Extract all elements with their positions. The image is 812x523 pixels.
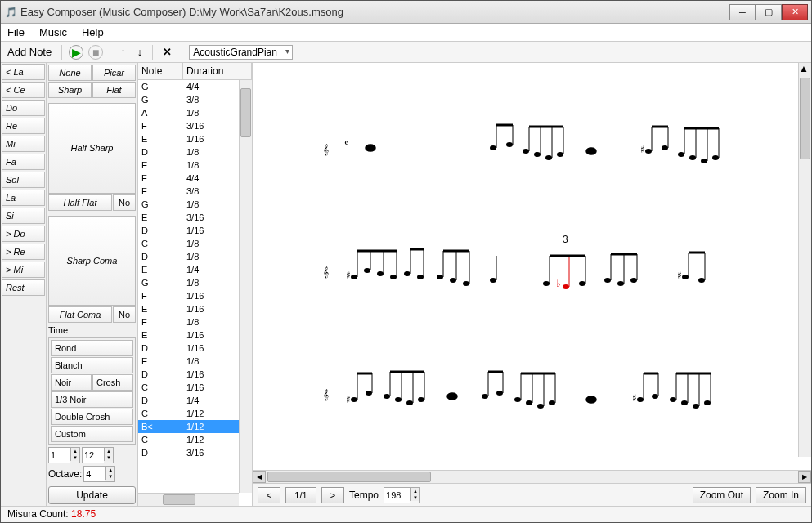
minimize-button[interactable]: ─ (729, 4, 756, 20)
table-row[interactable]: C1/12 (138, 433, 252, 446)
mod-half-flat[interactable]: Half Flat (48, 194, 112, 211)
svg-point-11 (366, 145, 375, 151)
table-row[interactable]: C1/16 (138, 381, 252, 394)
tempo-spinner[interactable]: ▲▼ (384, 487, 420, 503)
table-hscroll[interactable] (138, 493, 239, 506)
zoom-out-button[interactable]: Zoom Out (693, 487, 751, 503)
svg-point-37 (701, 159, 707, 163)
mod-half-sharp[interactable]: Half Sharp (48, 103, 136, 194)
mod-sharp-coma[interactable]: Sharp Coma (48, 216, 136, 306)
table-row[interactable]: D1/8 (138, 250, 252, 263)
mod-none[interactable]: None (48, 65, 92, 81)
prev-page-button[interactable]: < (258, 487, 280, 503)
mod-flat-coma[interactable]: Flat Coma (48, 306, 112, 323)
note-mi[interactable]: > Mi (2, 262, 45, 278)
zoom-in-button[interactable]: Zoom In (756, 487, 806, 503)
note-mi[interactable]: Mi (2, 136, 45, 152)
mod-picar[interactable]: Picar (92, 65, 136, 81)
table-row[interactable]: D1/4 (138, 394, 252, 407)
table-row[interactable]: C1/8 (138, 237, 252, 250)
table-row[interactable]: E1/16 (138, 302, 252, 315)
time-blanch[interactable]: Blanch (51, 357, 133, 373)
svg-point-19 (534, 152, 541, 157)
table-row[interactable]: D1/16 (138, 224, 252, 237)
menu-music[interactable]: Music (39, 26, 67, 38)
status-bar: Misura Count: 18.75 (1, 506, 811, 522)
svg-text:3: 3 (563, 234, 568, 245)
delete-button[interactable]: ✕ (159, 44, 175, 60)
tempo-label: Tempo (349, 489, 379, 501)
maximize-button[interactable]: ▢ (756, 4, 782, 20)
table-row[interactable]: E1/8 (138, 355, 252, 368)
svg-point-94 (682, 275, 689, 279)
mod-sharp[interactable]: Sharp (48, 82, 92, 98)
col-note[interactable]: Note (138, 63, 183, 79)
table-row[interactable]: D1/8 (138, 145, 252, 159)
menu-file[interactable]: File (7, 26, 25, 38)
svg-point-56 (364, 268, 370, 273)
note-re[interactable]: Re (2, 118, 45, 134)
time-double-crosh[interactable]: Double Crosh (51, 409, 133, 425)
table-row[interactable]: C1/12 (138, 407, 252, 420)
svg-text:♯: ♯ (346, 394, 351, 405)
note-si[interactable]: Si (2, 208, 45, 224)
table-row[interactable]: E1/4 (138, 263, 252, 276)
table-row[interactable]: F1/8 (138, 315, 252, 329)
table-row[interactable]: D1/16 (138, 368, 252, 381)
table-row[interactable]: F1/16 (138, 289, 252, 302)
table-row[interactable]: E1/16 (138, 329, 252, 342)
numerator-spinner[interactable]: ▲▼ (48, 447, 80, 463)
mod-flat[interactable]: Flat (92, 82, 136, 98)
col-duration[interactable]: Duration (183, 63, 252, 79)
down-button[interactable]: ↓ (134, 44, 146, 60)
note-la[interactable]: La (2, 190, 45, 206)
menu-help[interactable]: Help (82, 26, 104, 38)
note-la[interactable]: < La (2, 64, 45, 80)
octave-spinner[interactable]: ▲▼ (83, 466, 115, 482)
table-row[interactable]: B<1/12 (138, 420, 252, 433)
svg-point-88 (617, 281, 624, 286)
add-note-button[interactable]: Add Note (4, 44, 55, 60)
update-button[interactable]: Update (48, 486, 136, 504)
score-vscroll[interactable]: ▲ ▼ (798, 63, 811, 457)
table-row[interactable]: G1/8 (138, 198, 252, 211)
table-row[interactable]: E1/16 (138, 132, 252, 145)
table-vscroll[interactable] (239, 80, 252, 493)
note-do[interactable]: > Do (2, 226, 45, 242)
table-row[interactable]: F3/8 (138, 185, 252, 198)
denominator-spinner[interactable]: ▲▼ (82, 447, 114, 463)
table-row[interactable]: F3/16 (138, 119, 252, 132)
table-row[interactable]: E3/16 (138, 211, 252, 224)
stop-button[interactable]: ■ (88, 45, 103, 60)
note-rest[interactable]: Rest (2, 279, 45, 296)
mod-half-flat-no[interactable]: No (113, 194, 136, 211)
table-row[interactable]: F4/4 (138, 172, 252, 185)
time-rond[interactable]: Rond (51, 340, 133, 356)
table-row[interactable]: G3/8 (138, 93, 252, 106)
close-button[interactable]: ✕ (782, 4, 808, 20)
table-row[interactable]: D3/16 (138, 446, 252, 459)
note-fa[interactable]: Fa (2, 154, 45, 170)
instrument-select[interactable]: AcousticGrandPian (189, 45, 293, 60)
time-crosh[interactable]: Crosh (92, 374, 133, 391)
time-custom[interactable]: Custom (51, 426, 133, 442)
table-row[interactable]: D1/16 (138, 342, 252, 355)
page-indicator[interactable]: 1/1 (285, 487, 316, 503)
note-sol[interactable]: Sol (2, 172, 45, 188)
table-row[interactable]: A1/8 (138, 106, 252, 119)
note-ce[interactable]: < Ce (2, 82, 45, 98)
note-re[interactable]: > Re (2, 244, 45, 260)
table-row[interactable]: G1/8 (138, 276, 252, 289)
note-do[interactable]: Do (2, 100, 45, 116)
table-row[interactable]: E1/8 (138, 159, 252, 172)
next-page-button[interactable]: > (321, 487, 344, 503)
score-area[interactable]: 𝄞 𝄴 (253, 63, 811, 470)
play-button[interactable]: ▶ (69, 45, 83, 60)
mod-flat-coma-no[interactable]: No (113, 306, 136, 323)
time-third-noir[interactable]: 1/3 Noir (51, 391, 133, 408)
time-noir[interactable]: Noir (51, 374, 92, 391)
score-hscroll[interactable]: ◀ ▶ (253, 470, 811, 483)
up-button[interactable]: ↑ (117, 44, 129, 60)
svg-point-132 (526, 400, 532, 405)
table-row[interactable]: G4/4 (138, 80, 252, 93)
